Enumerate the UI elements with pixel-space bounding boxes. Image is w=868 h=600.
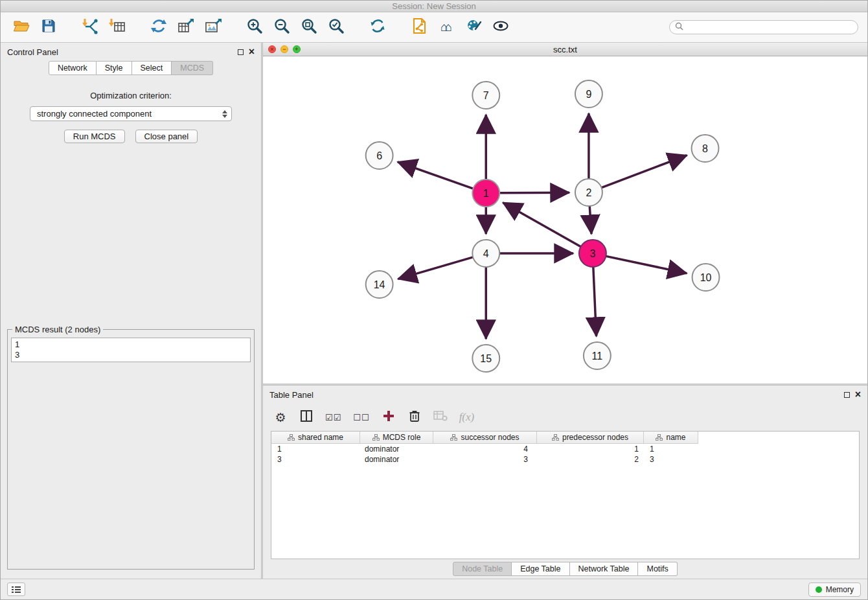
- graph-node-15[interactable]: 15: [472, 345, 499, 372]
- cell-name[interactable]: 1: [644, 444, 698, 454]
- float-table-panel-icon[interactable]: [844, 392, 850, 398]
- style-brush-button[interactable]: [462, 16, 485, 39]
- table-row[interactable]: 1 dominator 4 1 1: [271, 444, 859, 454]
- graph-node-1[interactable]: 1: [472, 179, 499, 207]
- cell-name[interactable]: 3: [644, 454, 698, 465]
- tab-network-table[interactable]: Network Table: [570, 562, 639, 576]
- graph-edge-2-3[interactable]: [589, 206, 591, 234]
- graph-node-7[interactable]: 7: [472, 82, 499, 109]
- window-close-icon[interactable]: ×: [268, 45, 276, 53]
- show-graphics-details-button[interactable]: [489, 16, 512, 39]
- show-columns-button[interactable]: [299, 410, 314, 425]
- mcds-result-title: MCDS result (2 nodes): [12, 325, 103, 334]
- graph-node-8[interactable]: 8: [692, 135, 719, 162]
- graph-node-9[interactable]: 9: [575, 80, 602, 108]
- tab-mcds[interactable]: MCDS: [172, 61, 213, 75]
- save-session-button[interactable]: [37, 16, 60, 39]
- search-input[interactable]: [687, 23, 852, 32]
- first-neighbors-button[interactable]: ⌂⌂: [435, 16, 458, 39]
- open-session-button[interactable]: [10, 16, 33, 39]
- cell-predecessor-nodes[interactable]: 2: [537, 454, 644, 465]
- function-builder-button[interactable]: f(x): [459, 410, 475, 425]
- column-header-predecessor-nodes[interactable]: predecessor nodes: [537, 432, 644, 444]
- window-title: Session: New Session: [392, 1, 475, 11]
- cell-successor-nodes[interactable]: 3: [433, 454, 537, 465]
- cell-mcds-role[interactable]: dominator: [360, 444, 433, 454]
- table-row[interactable]: 3 dominator 3 2 3: [271, 454, 859, 465]
- zoom-selected-button[interactable]: [325, 16, 348, 39]
- graph-edge-3-1[interactable]: [503, 203, 580, 247]
- graph-node-11[interactable]: 11: [584, 342, 611, 369]
- column-header-shared-name[interactable]: shared name: [271, 432, 360, 444]
- zoom-in-icon: [246, 17, 264, 38]
- zoom-in-button[interactable]: [243, 16, 266, 39]
- network-view-title: scc.txt: [263, 45, 867, 54]
- graph-edge-1-2[interactable]: [499, 192, 569, 193]
- add-column-button[interactable]: [382, 410, 396, 425]
- zoom-fit-button[interactable]: [297, 16, 321, 39]
- graph-node-label: 7: [483, 90, 489, 101]
- column-type-icon: [552, 434, 559, 441]
- dropdown-selected-value: strongly connected component: [37, 109, 152, 119]
- select-all-columns-button[interactable]: ☑☑: [325, 410, 341, 425]
- cell-shared-name[interactable]: 1: [271, 444, 360, 454]
- table-settings-button[interactable]: ⚙: [273, 410, 288, 425]
- graph-node-4[interactable]: 4: [472, 240, 499, 267]
- graph-node-label: 11: [592, 351, 603, 362]
- tab-select[interactable]: Select: [132, 61, 172, 75]
- cell-shared-name[interactable]: 3: [271, 454, 360, 465]
- mcds-result-list[interactable]: 1 3: [11, 338, 251, 362]
- memory-label: Memory: [826, 585, 854, 594]
- column-header-mcds-role[interactable]: MCDS role: [360, 432, 433, 444]
- tab-motifs[interactable]: Motifs: [638, 562, 677, 576]
- column-header-successor-nodes[interactable]: successor nodes: [433, 432, 537, 444]
- close-panel-icon[interactable]: ×: [249, 48, 255, 56]
- optimization-criterion-select[interactable]: strongly connected component: [30, 106, 232, 121]
- graph-edge-2-8[interactable]: [602, 156, 687, 188]
- cell-mcds-role[interactable]: dominator: [360, 454, 433, 465]
- graph-node-10[interactable]: 10: [692, 264, 720, 291]
- graph-node-label: 9: [586, 89, 591, 100]
- export-network-button[interactable]: [147, 16, 170, 39]
- graph-node-2[interactable]: 2: [575, 179, 602, 206]
- run-mcds-button[interactable]: Run MCDS: [64, 130, 125, 143]
- network-canvas[interactable]: 7968124314101511: [263, 56, 867, 384]
- window-maximize-icon[interactable]: +: [293, 45, 301, 53]
- tab-style[interactable]: Style: [97, 61, 132, 75]
- graph-node-14[interactable]: 14: [366, 271, 393, 298]
- graph-node-3[interactable]: 3: [579, 240, 606, 267]
- close-table-panel-icon[interactable]: ×: [855, 391, 861, 398]
- float-panel-icon[interactable]: [238, 49, 244, 55]
- refresh-icon: [369, 17, 387, 38]
- cell-predecessor-nodes[interactable]: 1: [537, 444, 644, 454]
- plus-icon: [383, 410, 394, 424]
- export-image-button[interactable]: [201, 16, 225, 39]
- graph-edge-4-14[interactable]: [398, 257, 473, 279]
- tab-network[interactable]: Network: [49, 61, 97, 75]
- toolbar-search[interactable]: [669, 20, 858, 34]
- import-table-button[interactable]: [106, 16, 129, 39]
- tab-node-table[interactable]: Node Table: [453, 562, 512, 576]
- close-panel-button[interactable]: Close panel: [135, 130, 198, 143]
- optimization-criterion-label: Optimization criterion:: [1, 91, 261, 100]
- zoom-out-button[interactable]: [270, 16, 293, 39]
- memory-button[interactable]: Memory: [808, 583, 861, 597]
- delete-table-button[interactable]: [433, 410, 448, 425]
- task-history-button[interactable]: [7, 583, 25, 596]
- graph-edge-3-11[interactable]: [593, 267, 597, 336]
- import-network-button[interactable]: [78, 16, 102, 39]
- control-panel-title: Control Panel: [7, 47, 58, 57]
- graph-edge-3-10[interactable]: [606, 256, 687, 273]
- cell-successor-nodes[interactable]: 4: [433, 444, 537, 454]
- new-network-button[interactable]: [407, 16, 431, 39]
- export-table-button[interactable]: [174, 16, 198, 39]
- graph-edge-1-6[interactable]: [398, 162, 474, 189]
- tab-edge-table[interactable]: Edge Table: [512, 562, 569, 576]
- deselect-all-columns-button[interactable]: ☐☐: [353, 410, 369, 425]
- column-header-name[interactable]: name: [644, 432, 698, 444]
- refresh-view-button[interactable]: [366, 16, 389, 39]
- window-minimize-icon[interactable]: −: [280, 45, 288, 53]
- list-icon: [12, 586, 21, 594]
- delete-column-button[interactable]: [407, 410, 422, 425]
- graph-node-6[interactable]: 6: [366, 142, 393, 169]
